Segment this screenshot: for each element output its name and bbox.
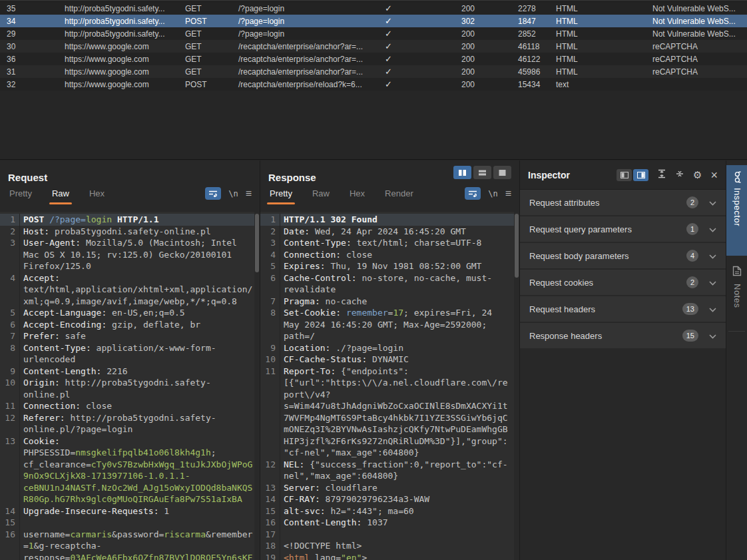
row-status: 200 — [455, 29, 511, 39]
response-tab-row: PrettyRawHexRender \n ≡ — [260, 183, 519, 204]
editor-menu-icon[interactable]: ≡ — [246, 190, 252, 197]
code-text: Content-Type: text/html; charset=UTF-8 — [280, 237, 514, 249]
gear-icon[interactable]: ⚙ — [693, 169, 702, 181]
inspector-section-request-cookies[interactable]: Request cookies2 — [520, 270, 726, 296]
code-line: 5Expires: Thu, 19 Nov 1981 08:52:00 GMT — [260, 260, 514, 272]
code-line: 5Accept-Language: en-US,en;q=0.5 — [0, 307, 254, 319]
response-tab-hex[interactable]: Hex — [350, 188, 365, 204]
inspector-dock-right-icon[interactable] — [633, 169, 648, 181]
section-label: Request headers — [529, 304, 682, 314]
inspector-dock-left-icon[interactable] — [617, 169, 632, 181]
chevron-down-icon[interactable] — [709, 303, 716, 315]
line-number: 3 — [0, 237, 20, 272]
editor-menu-icon[interactable]: ≡ — [505, 190, 511, 197]
code-line: 6Cache-Control: no-store, no-cache, must… — [260, 272, 514, 296]
line-number: 12 — [0, 412, 20, 435]
line-number: 8 — [260, 307, 280, 342]
line-number: 14 — [260, 493, 280, 505]
notes-document-icon — [732, 266, 742, 279]
response-scrollbar-thumb[interactable] — [515, 214, 519, 278]
line-number: 7 — [260, 296, 280, 308]
request-scrollbar[interactable] — [254, 212, 260, 560]
expand-all-icon[interactable] — [657, 169, 666, 181]
chevron-down-icon[interactable] — [709, 330, 716, 342]
request-tab-raw[interactable]: Raw — [52, 188, 69, 204]
code-line: 6Accept-Encoding: gzip, deflate, br — [0, 319, 254, 331]
table-row[interactable]: 31https://www.google.comGET/recaptcha/en… — [0, 65, 747, 78]
row-id: 30 — [0, 42, 58, 51]
inspector-section-request-attributes[interactable]: Request attributes2 — [520, 190, 726, 216]
code-text: NEL: {"success_fraction":0,"report_to":"… — [280, 459, 514, 482]
chevron-down-icon[interactable] — [709, 276, 716, 288]
layout-columns-icon[interactable] — [453, 166, 471, 179]
code-line: 12Referer: http://proba5tygodni.safety-o… — [0, 412, 254, 435]
section-count-badge: 1 — [686, 223, 698, 235]
layout-single-icon[interactable] — [493, 166, 511, 179]
close-icon[interactable]: × — [710, 170, 718, 180]
newline-toggle-icon[interactable]: \n — [228, 189, 238, 198]
request-tab-pretty[interactable]: Pretty — [9, 188, 32, 204]
wrap-lines-icon[interactable] — [465, 187, 481, 200]
wrap-lines-icon[interactable] — [205, 187, 221, 200]
request-tab-hex[interactable]: Hex — [89, 188, 105, 204]
row-id: 36 — [0, 55, 58, 64]
response-tab-render[interactable]: Render — [385, 188, 413, 204]
code-line: 8Set-Cookie: remember=17; expires=Fri, 2… — [260, 307, 514, 342]
table-row[interactable]: 35http://proba5tygodni.safety...GET/?pag… — [0, 2, 747, 15]
side-tab-inspector[interactable]: Inspector — [726, 165, 747, 256]
side-tab-notes[interactable]: Notes — [726, 260, 747, 329]
row-length: 45986 — [511, 67, 549, 77]
code-text: User-Agent: Mozilla/5.0 (Macintosh; Inte… — [20, 237, 254, 272]
request-scrollbar-thumb[interactable] — [255, 214, 259, 272]
response-tab-raw[interactable]: Raw — [312, 188, 330, 204]
table-row[interactable]: 30https://www.google.comGET/recaptcha/en… — [0, 40, 747, 53]
code-line: 16username=carmaris&password=riscarma&re… — [0, 529, 254, 560]
collapse-all-icon[interactable] — [675, 169, 684, 181]
line-number: 13 — [0, 435, 20, 505]
table-row[interactable]: 34http://proba5tygodni.safety...POST/?pa… — [0, 15, 747, 27]
response-pretty-editor[interactable]: 1HTTP/1.1 302 Found2Date: Wed, 24 Apr 20… — [260, 212, 514, 560]
code-line: 15alt-svc: h2=":443"; ma=60 — [260, 505, 514, 517]
code-text: Expires: Thu, 19 Nov 1981 08:52:00 GMT — [280, 260, 514, 272]
code-text: Location: ./?page=login — [280, 342, 514, 354]
inspector-section-response-headers[interactable]: Response headers15 — [520, 323, 726, 350]
response-tab-pretty[interactable]: Pretty — [270, 188, 292, 204]
row-id: 32 — [0, 80, 58, 89]
code-line: 13Cookie: PHPSESSID=nmsgkelifpqlb41o06l8… — [0, 435, 254, 505]
row-path: /recaptcha/enterprise/anchor?ar=... — [232, 67, 378, 77]
inspector-section-request-body-parameters[interactable]: Request body parameters4 — [520, 243, 726, 270]
http-history-table: 35http://proba5tygodni.safety...GET/?pag… — [0, 0, 747, 160]
code-text: <html lang="en"> — [280, 552, 514, 560]
code-text: POST /?page=login HTTP/1.1 — [20, 214, 254, 226]
table-row[interactable]: 32https://www.google.comPOST/recaptcha/e… — [0, 78, 747, 91]
response-scrollbar[interactable] — [514, 212, 519, 560]
row-path: /?page=login — [232, 4, 378, 13]
inspector-section-request-headers[interactable]: Request headers13 — [520, 296, 726, 323]
newline-toggle-icon[interactable]: \n — [488, 189, 497, 198]
row-host: http://proba5tygodni.safety... — [58, 4, 178, 13]
row-id: 35 — [0, 4, 58, 13]
chevron-down-icon[interactable] — [709, 250, 716, 262]
section-count-badge: 15 — [682, 330, 698, 342]
row-method: GET — [178, 55, 232, 64]
code-text: Content-Length: 1037 — [280, 517, 514, 529]
chevron-down-icon[interactable] — [709, 196, 716, 208]
inspector-panel: Inspector ⚙ × R — [519, 160, 726, 560]
row-status: 200 — [455, 67, 511, 77]
code-line: 14CF-RAY: 87979029796234a3-WAW — [260, 493, 514, 505]
row-mime: HTML — [549, 17, 646, 26]
code-line: 2Date: Wed, 24 Apr 2024 16:45:20 GMT — [260, 226, 514, 238]
code-text: Report-To: {"endpoints":[{"url":"https:\… — [280, 366, 514, 459]
side-tab-notes-label: Notes — [732, 284, 742, 308]
chevron-down-icon[interactable] — [709, 223, 716, 235]
code-line: 10CF-Cache-Status: DYNAMIC — [260, 354, 514, 366]
code-text: Connection: close — [280, 249, 514, 261]
layout-rows-icon[interactable] — [473, 166, 491, 179]
table-row[interactable]: 36https://www.google.comGET/recaptcha/en… — [0, 53, 747, 65]
inspector-header: Inspector ⚙ × — [520, 160, 726, 190]
code-text: CF-Cache-Status: DYNAMIC — [280, 354, 514, 366]
request-raw-editor[interactable]: 1POST /?page=login HTTP/1.12Host: proba5… — [0, 212, 254, 560]
table-row[interactable]: 29http://proba5tygodni.safety...GET/?pag… — [0, 27, 747, 40]
line-number: 9 — [0, 366, 20, 378]
inspector-section-request-query-parameters[interactable]: Request query parameters1 — [520, 216, 726, 243]
